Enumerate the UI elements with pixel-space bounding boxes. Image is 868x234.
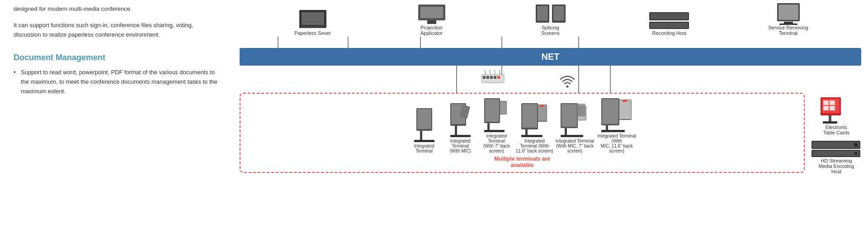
device-recording-host: Recording Host: [647, 10, 692, 36]
svg-rect-15: [778, 5, 798, 20]
splicing-icon: [535, 2, 566, 25]
device-service-terminal: Service ReceivingTerminal: [766, 2, 811, 36]
terminal-3-label: IntegratedTerminal(With 7" backscreen): [483, 134, 510, 153]
top-devices-row: Paperless Sever ProjectionApplicator: [240, 2, 861, 36]
terminals-box: IntegratedTerminal IntegratedTerminal(: [240, 93, 805, 173]
svg-rect-59: [521, 135, 542, 137]
top-connectors: [240, 37, 861, 48]
svg-rect-71: [602, 99, 618, 124]
paperless-server-label: Paperless Sever: [294, 30, 331, 36]
terminal-6-icon: [600, 97, 634, 134]
device-paperless-server: Paperless Sever: [290, 8, 335, 36]
electronic-table-cards: ElectronicTable Cards: [811, 95, 861, 135]
device-splicing: SplicingScreens: [528, 2, 573, 36]
recording-host-label: Recording Host: [652, 30, 687, 36]
svg-rect-77: [830, 100, 835, 105]
bottom-connectors-area: [240, 66, 861, 93]
svg-rect-11: [650, 13, 688, 19]
svg-rect-46: [450, 135, 471, 137]
svg-rect-1: [302, 12, 324, 25]
bottom-section: IntegratedTerminal IntegratedTerminal(: [240, 93, 861, 234]
terminal-5-icon: [559, 102, 591, 138]
svg-rect-80: [829, 115, 831, 122]
svg-rect-51: [487, 123, 490, 130]
main-container: designed for modern multi-media conferen…: [0, 0, 868, 234]
svg-rect-79: [830, 106, 835, 110]
terminal-4-label: IntegratedTerminal (With11.6" back scree…: [516, 138, 553, 153]
svg-rect-69: [623, 100, 627, 102]
svg-rect-66: [561, 135, 583, 137]
svg-rect-52: [484, 130, 505, 132]
splicing-label: SplicingScreens: [541, 25, 559, 36]
feature-list: Support to read word, powerpoint, PDF fo…: [14, 68, 222, 96]
svg-rect-55: [540, 105, 544, 107]
svg-point-87: [854, 152, 857, 155]
hd-streaming-host: HD StreamingMedia EncodingHost: [811, 140, 861, 174]
recording-host-icon: [649, 10, 690, 30]
bullet-item-1: Support to read word, powerpoint, PDF fo…: [14, 68, 222, 96]
service-terminal-icon: [773, 2, 804, 25]
bottom-connectors-svg: [240, 66, 861, 93]
paperless-server-icon: [297, 8, 329, 30]
terminal-4-icon: [520, 102, 549, 138]
terminal-2: IntegratedTerminal(With MIC): [443, 102, 477, 153]
intro-text-2: It can support functions such sign-in, c…: [14, 21, 222, 40]
table-cards-label: ElectronicTable Cards: [823, 124, 850, 135]
svg-rect-72: [606, 125, 608, 130]
svg-rect-30: [490, 76, 493, 79]
left-panel: designed for modern multi-media conferen…: [0, 0, 235, 234]
terminal-2-icon: [448, 102, 473, 138]
terminal-1: IntegratedTerminal: [407, 107, 441, 153]
terminal-3-icon: [482, 97, 511, 134]
svg-rect-81: [823, 121, 837, 124]
device-projection: ProjectionApplicator: [409, 2, 454, 36]
terminal-6-label: Integrated Terminal (WithMIC, 11.6" back…: [596, 134, 637, 153]
svg-rect-68: [618, 100, 631, 119]
intro-text-1: designed for modern multi-media conferen…: [14, 5, 222, 14]
svg-line-33: [485, 70, 486, 75]
svg-rect-31: [494, 76, 496, 79]
right-devices: ElectronicTable Cards HD StreamingMedia …: [811, 93, 861, 174]
terminal-5-label: Integrated Terminal(With MIC, 7" backscr…: [556, 138, 594, 153]
terminal-6: Integrated Terminal (WithMIC, 11.6" back…: [596, 97, 637, 153]
table-cards-icon: [816, 95, 857, 124]
terminal-1-label: IntegratedTerminal: [414, 143, 434, 153]
hd-streaming-icon: [811, 140, 861, 158]
svg-rect-29: [486, 76, 489, 79]
svg-rect-2: [302, 26, 324, 28]
svg-rect-57: [522, 104, 537, 128]
svg-rect-64: [576, 104, 585, 116]
doc-management-title: Document Management: [14, 53, 222, 62]
svg-rect-63: [561, 104, 577, 127]
svg-point-37: [566, 86, 569, 88]
svg-rect-5: [427, 20, 436, 24]
svg-rect-13: [650, 23, 688, 28]
net-bar: NET: [240, 48, 861, 66]
svg-line-34: [490, 70, 491, 75]
svg-rect-7: [537, 6, 548, 21]
svg-rect-28: [483, 76, 486, 79]
svg-rect-4: [420, 7, 443, 18]
router-area: [479, 68, 506, 86]
svg-rect-9: [553, 6, 564, 21]
terminal-5: Integrated Terminal(With MIC, 7" backscr…: [556, 102, 594, 153]
svg-rect-50: [485, 99, 499, 122]
hd-streaming-label: HD StreamingMedia EncodingHost: [819, 158, 854, 174]
svg-rect-32: [497, 76, 500, 79]
svg-rect-86: [812, 151, 859, 156]
projection-label: ProjectionApplicator: [420, 25, 443, 36]
svg-rect-73: [601, 130, 625, 132]
svg-rect-83: [812, 142, 859, 148]
svg-rect-78: [823, 106, 829, 110]
svg-rect-39: [417, 109, 431, 129]
svg-rect-45: [455, 126, 457, 135]
svg-line-35: [495, 70, 495, 75]
svg-rect-58: [525, 129, 528, 135]
service-terminal-label: Service ReceivingTerminal: [768, 25, 808, 36]
projection-icon: [416, 2, 448, 25]
wifi-icon: [556, 67, 579, 89]
terminal-2-label: IntegratedTerminal(With MIC): [449, 138, 471, 153]
terminal-1-icon: [412, 107, 437, 143]
terminal-3: IntegratedTerminal(With 7" backscreen): [480, 97, 514, 153]
svg-rect-41: [414, 140, 434, 142]
